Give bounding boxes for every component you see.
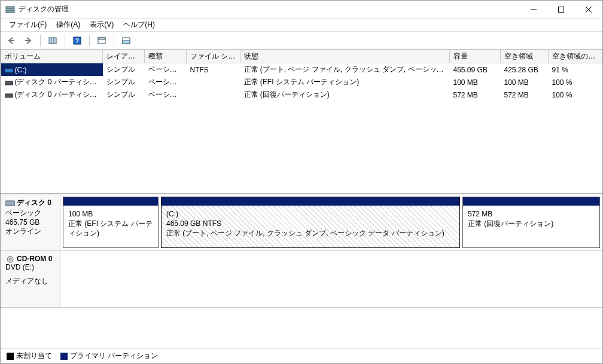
swatch-primary-icon [60,353,68,360]
toolbar-separator [114,35,114,47]
menu-view[interactable]: 表示(V) [85,19,118,31]
partition[interactable]: 572 MB正常 (回復パーティション) [462,197,600,248]
volume-type: ベーシック [145,88,187,101]
partition-body: 100 MB正常 (EFI システム パーティション) [63,206,158,247]
menu-action[interactable]: 操作(A) [51,19,85,31]
cdrom-0-partitions [60,251,602,307]
svg-rect-3 [559,7,564,12]
svg-rect-19 [5,94,13,97]
titlebar: ディスクの管理 [1,1,602,19]
disk-0-state: オンライン [5,227,55,237]
svg-rect-18 [5,81,13,85]
cdrom-0-row[interactable]: CD-ROM 0 DVD (E:) メディアなし [1,251,602,308]
svg-rect-1 [6,10,14,13]
volume-status: 正常 (EFI システム パーティション) [240,76,450,88]
partition-label: (C:) [166,209,455,219]
volume-capacity: 465.09 GB [450,63,501,77]
toolbar-separator [89,35,90,47]
toolbar-separator [40,35,41,47]
col-pctfree[interactable]: 空き領域の割合 [549,50,602,63]
partition-size: 100 MB [68,209,153,219]
col-type[interactable]: 種類 [145,50,187,63]
partition-body: (C:)465.09 GB NTFS正常 (ブート, ページ ファイル, クラッ… [162,206,459,247]
volume-name: (ディスク 0 パーティション 4) [1,88,103,101]
volume-free: 425.28 GB [501,63,549,77]
volume-row[interactable]: (C:)シンプルベーシックNTFS正常 (ブート, ページ ファイル, クラッシ… [1,63,602,77]
volume-list[interactable]: ボリューム レイアウト 種類 ファイル システム 状態 容量 空き領域 空き領域… [1,50,602,193]
partition-status: 正常 (ブート, ページ ファイル, クラッシュ ダンプ, ベーシック データ … [166,228,455,238]
back-button[interactable] [4,33,19,48]
svg-rect-8 [49,38,56,44]
close-button[interactable] [575,1,602,19]
volume-row[interactable]: (ディスク 0 パーティション 4)シンプルベーシック正常 (回復パーティション… [1,88,602,101]
volume-free: 572 MB [501,88,549,101]
volume-status: 正常 (回復パーティション) [240,88,450,101]
partition-status: 正常 (回復パーティション) [468,219,595,228]
maximize-button[interactable] [547,1,575,19]
volume-name: (C:) [1,63,103,77]
volume-row[interactable]: (ディスク 0 パーティション 1)シンプルベーシック正常 (EFI システム … [1,76,602,88]
volume-fs [187,88,240,101]
col-volume[interactable]: ボリューム [1,50,103,63]
window-buttons [520,1,602,19]
window-title: ディスクの管理 [19,4,520,14]
cdrom-0-title: CD-ROM 0 [17,255,52,263]
disk-0-type: ベーシック [5,208,55,218]
partition-size: 465.09 GB NTFS [166,219,455,228]
menubar: ファイル(F) 操作(A) 表示(V) ヘルプ(H) [1,19,602,32]
volume-name: (ディスク 0 パーティション 1) [1,76,103,88]
minimize-button[interactable] [520,1,547,19]
window: ディスクの管理 ファイル(F) 操作(A) 表示(V) ヘルプ(H) [0,0,603,364]
volume-pctfree: 91 % [549,63,602,77]
col-capacity[interactable]: 容量 [450,50,501,63]
toolbar-view-bottom-button[interactable] [119,33,133,48]
graphical-pane: ディスク 0 ベーシック 465.75 GB オンライン 100 MB正常 (E… [1,193,602,363]
partition[interactable]: (C:)465.09 GB NTFS正常 (ブート, ページ ファイル, クラッ… [161,197,460,248]
disk-0-size: 465.75 GB [5,218,55,227]
volume-layout: シンプル [103,63,145,77]
cdrom-0-state: メディアなし [5,276,55,286]
disk-0-partitions: 100 MB正常 (EFI システム パーティション)(C:)465.09 GB… [60,194,602,250]
forward-button[interactable] [21,33,35,48]
partition-size: 572 MB [468,209,595,219]
col-status[interactable]: 状態 [240,50,450,63]
toolbar-view-columns-button[interactable] [45,33,60,48]
svg-rect-14 [98,38,105,39]
partition-bar [63,197,158,206]
disk-0-title: ディスク 0 [17,198,51,207]
svg-text:?: ? [75,38,79,44]
cdrom-0-subtitle: DVD (E:) [5,263,55,271]
volume-status: 正常 (ブート, ページ ファイル, クラッシュ ダンプ, ベーシック データ … [240,63,450,77]
cdrom-0-label: CD-ROM 0 DVD (E:) メディアなし [1,251,60,307]
menu-file[interactable]: ファイル(F) [4,19,51,31]
volume-pctfree: 100 % [549,76,602,88]
svg-rect-0 [6,7,14,9]
swatch-unallocated-icon [7,353,14,360]
legend-primary: プライマリ パーティション [60,351,158,361]
legend: 未割り当て プライマリ パーティション [1,348,602,363]
partition-bar [463,197,599,206]
col-layout[interactable]: レイアウト [103,50,145,63]
cdrom-icon [5,256,15,263]
toolbar-view-top-button[interactable] [95,33,109,48]
col-fs[interactable]: ファイル システム [187,50,240,63]
col-free[interactable]: 空き領域 [501,50,549,63]
toolbar: ? [1,32,602,50]
column-headers[interactable]: ボリューム レイアウト 種類 ファイル システム 状態 容量 空き領域 空き領域… [1,50,602,63]
toolbar-separator [65,35,65,47]
volume-type: ベーシック [145,76,187,88]
volume-icon [5,67,13,73]
disk-0-label: ディスク 0 ベーシック 465.75 GB オンライン [1,194,60,250]
legend-unallocated: 未割り当て [7,351,52,361]
disk-icon [5,200,15,207]
svg-rect-16 [123,41,130,44]
svg-point-22 [10,258,11,260]
menu-help[interactable]: ヘルプ(H) [118,19,160,31]
disk-0-row[interactable]: ディスク 0 ベーシック 465.75 GB オンライン 100 MB正常 (E… [1,194,602,251]
volume-capacity: 100 MB [450,76,501,88]
help-button[interactable]: ? [70,33,84,48]
volume-fs: NTFS [187,63,240,77]
volume-capacity: 572 MB [450,88,501,101]
partition[interactable]: 100 MB正常 (EFI システム パーティション) [63,197,159,248]
volume-layout: シンプル [103,76,145,88]
